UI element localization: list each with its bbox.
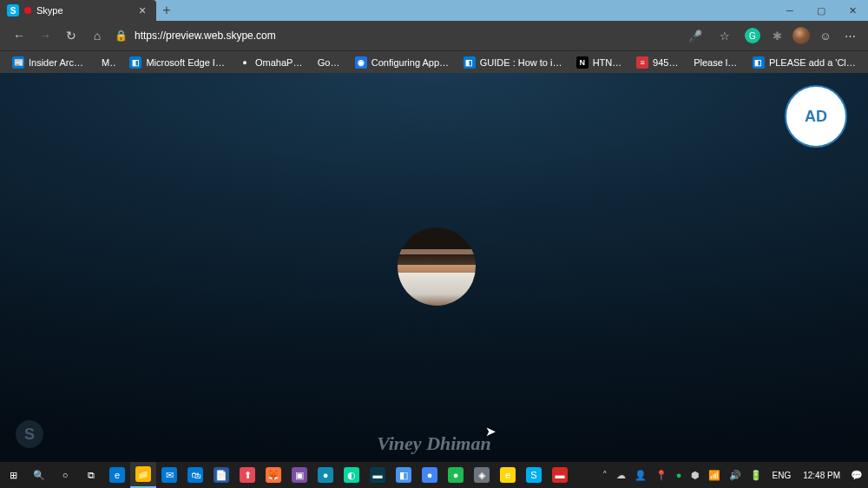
- forward-button[interactable]: →: [33, 23, 57, 48]
- bookmark-label: HTNovo: [593, 57, 622, 68]
- firefox-icon: 🦊: [266, 467, 281, 483]
- taskbar-app2-button[interactable]: ⬆: [234, 462, 260, 488]
- bookmark-label: Microsoft Edge Insi...: [146, 57, 225, 68]
- close-tab-button[interactable]: ×: [135, 3, 149, 17]
- bookmark-item[interactable]: ◧GUIDE : How to inst...: [458, 55, 568, 70]
- menu-button[interactable]: ⋯: [838, 24, 861, 47]
- bookmark-favicon-icon: ≡: [636, 56, 648, 69]
- new-tab-button[interactable]: +: [156, 0, 177, 21]
- app8-icon: ◈: [474, 467, 490, 483]
- taskbar-store-button[interactable]: 🛍: [182, 462, 208, 488]
- app4-icon: ●: [318, 467, 333, 483]
- bookmark-label: OmahaProxy: [255, 57, 304, 68]
- tray-bt-icon[interactable]: ⬢: [689, 470, 701, 481]
- taskbar-edge-button[interactable]: e: [104, 462, 130, 488]
- tray-battery-icon[interactable]: 🔋: [748, 470, 764, 481]
- bookmark-favicon-icon: ◧: [464, 56, 476, 69]
- taskbar-taskview-button[interactable]: ⧉: [78, 462, 104, 488]
- bookmark-item[interactable]: ●OmahaProxy: [233, 55, 309, 70]
- back-button[interactable]: ←: [7, 23, 31, 48]
- ad-badge[interactable]: AD: [785, 85, 847, 148]
- taskbar-app8-button[interactable]: ◈: [469, 462, 495, 488]
- bookmark-label: GUIDE : How to inst...: [480, 57, 562, 68]
- tray-people-icon[interactable]: 👤: [633, 470, 648, 481]
- home-button[interactable]: ⌂: [85, 23, 109, 48]
- bookmark-label: Insider Archives: [29, 57, 88, 68]
- system-tray: ˄ ☁ 👤 📍 ● ⬢ 📶 🔊 🔋 ENG 12:48 PM 💬: [601, 462, 868, 488]
- taskbar-chrome-button[interactable]: ●: [417, 462, 443, 488]
- refresh-button[interactable]: ↻: [59, 23, 83, 48]
- chrome-icon: ●: [422, 467, 437, 483]
- close-window-button[interactable]: ✕: [837, 0, 868, 21]
- profile-avatar[interactable]: [790, 24, 812, 47]
- bookmark-label: Please let...: [694, 57, 739, 68]
- tray-onedrive-icon[interactable]: ☁: [615, 470, 628, 481]
- skype-icon: S: [7, 4, 19, 16]
- bookmark-favicon-icon: ●: [239, 56, 251, 69]
- taskbar: ⊞🔍○⧉e📁✉🛍📄⬆🦊▣●◐▬◧●●◈eS▬ ˄ ☁ 👤 📍 ● ⬢ 📶 🔊 🔋…: [0, 462, 868, 488]
- bookmark-item[interactable]: Goo...: [312, 56, 346, 69]
- signature-text: Viney Dhiman: [377, 432, 490, 455]
- tray-notifications-icon[interactable]: 💬: [849, 470, 865, 481]
- lock-icon: 🔒: [115, 30, 128, 42]
- address-bar-row: ← → ↻ ⌂ 🔒 https://preview.web.skype.com …: [0, 21, 868, 50]
- bookmark-item[interactable]: ◧Microsoft Edge Insi...: [124, 55, 230, 70]
- taskbar-cortana-button[interactable]: ○: [52, 462, 78, 488]
- taskbar-firefox-button[interactable]: 🦊: [260, 462, 286, 488]
- feedback-icon[interactable]: ☺: [814, 24, 837, 47]
- bookmark-item[interactable]: ◧PLEASE add a 'Clear...: [747, 55, 861, 70]
- tray-volume-icon[interactable]: 🔊: [727, 470, 743, 481]
- taskbar-skype-button[interactable]: S: [521, 462, 547, 488]
- tray-wifi-icon[interactable]: 📶: [707, 470, 722, 481]
- taskbar-app3-button[interactable]: ▣: [286, 462, 312, 488]
- edge-icon: e: [109, 467, 125, 483]
- bookmark-item[interactable]: 📰Insider Archives: [7, 55, 93, 70]
- maximize-button[interactable]: ▢: [806, 0, 837, 21]
- taskbar-search-button[interactable]: 🔍: [26, 462, 52, 488]
- bookmark-item[interactable]: NHTNovo: [571, 55, 628, 70]
- search-icon: 🔍: [31, 467, 47, 483]
- start-icon: ⊞: [5, 467, 21, 483]
- window-controls: ─ ▢ ✕: [774, 0, 868, 21]
- minimize-button[interactable]: ─: [774, 0, 806, 21]
- page-content: AD S Viney Dhiman ➤: [0, 73, 868, 462]
- browser-tab[interactable]: S Skype ×: [0, 0, 156, 21]
- taskbar-start-button[interactable]: ⊞: [0, 462, 26, 488]
- spotify-icon: ●: [448, 467, 464, 483]
- app9-icon: e: [500, 467, 516, 483]
- bookmark-item[interactable]: M...: [96, 56, 122, 69]
- tray-location-icon[interactable]: 📍: [654, 470, 669, 481]
- taskview-icon: ⧉: [83, 467, 99, 483]
- taskbar-spotify-button[interactable]: ●: [443, 462, 469, 488]
- tray-language[interactable]: ENG: [769, 471, 795, 480]
- taskbar-app5-button[interactable]: ◐: [339, 462, 365, 488]
- bookmark-item[interactable]: Please let...: [688, 56, 744, 69]
- taskbar-mail-button[interactable]: ✉: [156, 462, 182, 488]
- mic-icon[interactable]: 🎤: [684, 24, 707, 47]
- taskbar-app7-button[interactable]: ◧: [391, 462, 417, 488]
- bookmark-label: Goo...: [318, 57, 341, 68]
- mail-icon: ✉: [161, 467, 177, 483]
- address-box[interactable]: 🔒 https://preview.web.skype.com 🎤 ☆: [111, 24, 740, 47]
- taskbar-app9-button[interactable]: e: [495, 462, 521, 488]
- bookmark-favicon-icon: N: [576, 56, 589, 69]
- bookmark-item[interactable]: ◉Configuring Apps a...: [350, 55, 455, 70]
- tray-app-icon[interactable]: ●: [674, 470, 684, 480]
- favorite-icon[interactable]: ☆: [713, 24, 736, 47]
- bookmark-label: M...: [102, 57, 116, 68]
- taskbar-app1-button[interactable]: 📄: [208, 462, 234, 488]
- extension-grammarly[interactable]: G: [741, 24, 764, 47]
- taskbar-explorer-button[interactable]: 📁: [130, 462, 156, 488]
- tray-up-icon[interactable]: ˄: [601, 470, 609, 481]
- bookmark-label: PLEASE add a 'Clear...: [769, 57, 856, 68]
- bookmarks-bar: 📰Insider ArchivesM...◧Microsoft Edge Ins…: [0, 50, 868, 73]
- taskbar-app10-button[interactable]: ▬: [547, 462, 573, 488]
- tray-clock[interactable]: 12:48 PM: [799, 471, 844, 480]
- taskbar-app4-button[interactable]: ●: [312, 462, 339, 488]
- bookmark-item[interactable]: ≡945106: [631, 55, 685, 70]
- taskbar-app6-button[interactable]: ▬: [365, 462, 391, 488]
- titlebar: S Skype × + ─ ▢ ✕: [0, 0, 868, 21]
- extension-icon[interactable]: ✱: [766, 24, 788, 47]
- skype-watermark-icon: S: [16, 420, 43, 448]
- app1-icon: 📄: [214, 467, 229, 483]
